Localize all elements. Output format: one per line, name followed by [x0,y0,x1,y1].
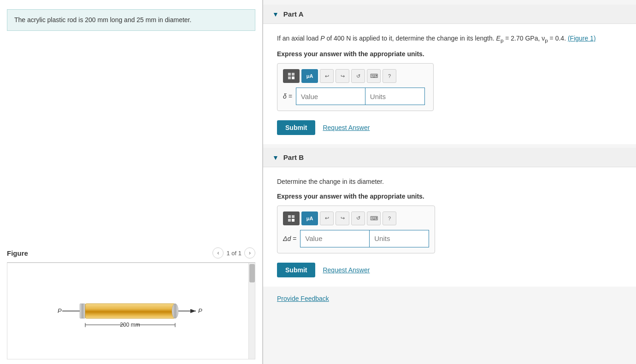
keyboard-icon-a: ⌨ [370,73,378,79]
grid-button-a[interactable] [283,69,300,83]
grid-icon-b [288,215,295,222]
part-a-toolbar: μΑ ↩ ↪ ↺ ⌨ ? [283,69,428,83]
grid-icon-a [288,72,295,80]
part-b-header: ▼ Part B [263,148,636,167]
right-panel: ▼ Part A If an axial load P of 400 N is … [263,0,636,364]
mu-button-b[interactable]: μΑ [301,211,318,225]
keyboard-button-a[interactable]: ⌨ [367,69,381,83]
part-b-toolbar: μΑ ↩ ↪ ↺ ⌨ ? [283,211,429,225]
part-a-section: ▼ Part A If an axial load P of 400 N is … [263,5,636,144]
part-a-input-row: δ = [283,88,428,105]
figure-link-a[interactable]: (Figure 1) [568,35,596,42]
part-a-answer-box: μΑ ↩ ↪ ↺ ⌨ ? δ = [277,63,434,111]
svg-rect-15 [288,219,291,222]
part-a-action-row: Submit Request Answer [277,120,622,135]
rod-diagram-svg: P P [35,274,228,348]
part-b-value-input[interactable] [300,230,369,247]
help-button-a[interactable]: ? [383,69,396,83]
part-a-body: If an axial load P of 400 N is applied t… [263,24,636,144]
part-b-section: ▼ Part B Determine the change in its dia… [263,148,636,286]
figure-header: Figure ‹ 1 of 1 › [7,247,255,263]
part-a-title: Part A [283,10,304,18]
part-a-submit-button[interactable]: Submit [277,120,315,135]
part-a-header: ▼ Part A [263,5,636,24]
svg-rect-14 [292,215,294,218]
problem-statement: The acrylic plastic rod is 200 mm long a… [7,9,255,31]
part-a-express: Express your answer with the appropriate… [277,50,622,58]
svg-point-4 [172,304,178,318]
figure-nav: ‹ 1 of 1 › [212,247,255,258]
part-a-input-label: δ = [283,93,292,100]
part-b-body: Determine the change in its diameter. Ex… [263,167,636,286]
reset-button-b[interactable]: ↺ [351,211,365,225]
left-panel: The acrylic plastic rod is 200 mm long a… [0,0,263,364]
part-a-units-input[interactable] [365,88,425,105]
svg-rect-9 [288,73,291,76]
part-b-input-label: Δd = [283,235,296,242]
mu-button-a[interactable]: μΑ [301,69,318,83]
part-b-answer-box: μΑ ↩ ↪ ↺ ⌨ ? Δd = [277,205,435,253]
p-label-right: P [198,307,202,314]
part-a-value-input[interactable] [296,88,365,105]
redo-button-a[interactable]: ↪ [336,69,349,83]
part-a-request-answer-link[interactable]: Request Answer [323,124,370,131]
part-a-chevron[interactable]: ▼ [272,11,279,18]
svg-rect-11 [288,76,291,79]
problem-text: The acrylic plastic rod is 200 mm long a… [14,16,191,23]
scroll-bar[interactable] [248,263,255,359]
part-b-submit-button[interactable]: Submit [277,263,315,277]
figure-next-button[interactable]: › [244,247,255,258]
keyboard-icon-b: ⌨ [370,215,378,222]
figure-prev-button[interactable]: ‹ [212,247,224,258]
dimension-label: 200 mm [120,322,140,328]
redo-button-b[interactable]: ↪ [336,211,349,225]
svg-rect-16 [292,219,294,222]
figure-nav-text: 1 of 1 [226,250,241,257]
p-label-left: P [58,307,62,314]
provide-feedback-link[interactable]: Provide Feedback [277,295,329,302]
part-b-title: Part B [283,153,304,161]
svg-rect-13 [288,215,291,218]
help-button-b[interactable]: ? [383,211,396,225]
part-b-units-input[interactable] [369,230,429,247]
svg-rect-3 [85,304,175,318]
part-b-request-answer-link[interactable]: Request Answer [323,266,370,274]
part-b-express: Express your answer with the appropriate… [277,193,622,200]
part-b-description: Determine the change in its diameter. [277,176,622,187]
part-b-chevron[interactable]: ▼ [272,154,279,161]
keyboard-button-b[interactable]: ⌨ [367,211,381,225]
undo-button-a[interactable]: ↩ [320,69,334,83]
grid-button-b[interactable] [283,211,300,225]
svg-rect-12 [292,76,294,79]
undo-button-b[interactable]: ↩ [320,211,334,225]
figure-title: Figure [7,249,28,257]
reset-button-a[interactable]: ↺ [351,69,365,83]
provide-feedback-section: Provide Feedback [263,290,636,311]
scroll-thumb[interactable] [249,264,255,282]
figure-section: Figure ‹ 1 of 1 › P P [0,243,262,364]
part-b-input-row: Δd = [283,230,429,247]
part-b-action-row: Submit Request Answer [277,263,622,277]
part-a-description: If an axial load P of 400 N is applied t… [277,33,622,45]
svg-rect-10 [292,73,294,76]
figure-content: P P [7,263,255,359]
svg-rect-2 [80,304,85,318]
